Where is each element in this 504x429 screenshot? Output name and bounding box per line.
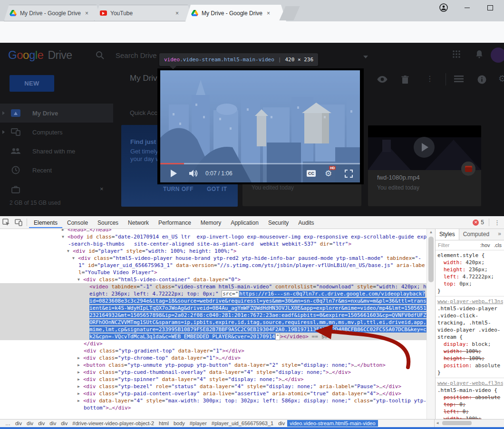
breadcrumb-item[interactable]: div [13,420,24,427]
tree-toggle-icon[interactable]: ▶ [78,354,83,362]
new-button[interactable]: NEW [10,75,54,92]
breadcrumb-item[interactable]: div [24,420,36,427]
file-card-fwd-1080p[interactable]: fwd-1080p.mp4 You edited today [368,125,481,206]
css-property[interactable]: height: 236px; [437,266,503,273]
tree-toggle-icon[interactable]: ▶ [78,369,83,376]
devtools-tab-memory[interactable]: Memory [196,217,226,228]
css-property[interactable]: left: 4.72222px; [437,273,503,280]
tree-toggle-icon[interactable]: ▼ [67,248,73,255]
stylesheet-link[interactable]: www-player-webp…fl3ns [437,380,503,387]
css-rule[interactable]: element.style {width: 420px;height: 236p… [436,250,504,296]
window-maximize-button[interactable] [482,1,498,14]
closed-captions-button[interactable]: CC [307,164,316,182]
devtools-tab-application[interactable]: Application [226,217,263,228]
volume-button[interactable] [189,164,199,182]
breadcrumb-item[interactable]: div [276,420,287,427]
dom-tree-row[interactable]: </div> [0,340,426,347]
preview-eye-icon[interactable] [377,75,388,84]
browser-tab-1[interactable]: My Drive - Google Drive × [4,5,102,21]
breadcrumb-item[interactable]: #player [187,420,209,427]
tree-toggle-icon[interactable]: ▶ [78,362,83,369]
sidebar-item-my-drive[interactable]: My Drive [0,104,113,123]
breadcrumb-item[interactable]: div [36,420,47,427]
tree-toggle-icon[interactable]: ▶ [78,383,83,390]
dom-tree-row-selected[interactable]: <video tabindex="-1" class="video-stream… [0,283,426,340]
dom-tree-row[interactable]: ▶<div class="ytp-paid-content-overlay" a… [0,390,426,397]
list-view-icon[interactable] [454,75,464,83]
devtools-tab-elements[interactable]: Elements [29,217,62,228]
css-rule[interactable]: www-player-webp…fl3ns.html5-video-player… [436,296,504,378]
browser-tab-2[interactable]: YouTube × [94,5,193,21]
tree-toggle-icon[interactable]: ▼ [72,255,78,262]
account-avatar[interactable] [491,48,504,63]
settings-gear-icon[interactable]: ⚙ [498,73,504,84]
dom-tree-row[interactable]: ▶<div class="ytp-chrome-top" data-layer=… [0,354,426,362]
css-rule[interactable]: www-player-webp…fl3ns.html5-main-video {… [436,378,504,419]
dom-tree-row[interactable]: ▼<div id="player" style="width: 100%; he… [0,248,426,255]
tree-toggle-icon[interactable]: ▼ [62,233,68,240]
breadcrumb-item[interactable]: video.video-stream.html5-main-video [287,420,378,427]
scroll-up-icon[interactable]: ▲ [427,230,435,234]
styles-horizontal-scrollbar[interactable]: ◄ [434,419,504,427]
sidebar-item-recent[interactable]: Recent [0,161,113,180]
search-input[interactable]: Search Drive [116,51,157,59]
dismiss-promo-close-icon[interactable]: × [100,185,104,192]
css-property[interactable]: width: 420px; [437,259,503,266]
dom-tree-row[interactable]: ▶<button class="ytp-unmute ytp-popup ytp… [0,362,426,369]
scroll-left-icon[interactable]: ◄ [436,421,439,425]
trash-icon[interactable] [401,75,409,85]
dom-tree-row[interactable]: ▶<div class="ytp-spinner" data-layer="4"… [0,376,426,383]
toggle-hov-button[interactable]: :hov [480,242,490,248]
expand-caret-icon[interactable] [2,130,5,134]
css-property[interactable]: top: 0; [437,401,503,408]
scrollbar-thumb[interactable] [442,421,472,425]
more-actions-kebab-icon[interactable]: ⋮ [426,74,434,83]
devtools-tab-performance[interactable]: Performance [154,217,196,228]
settings-button[interactable]: ⚙HD [325,164,332,182]
more-tabs-chevron-icon[interactable]: » [495,229,504,240]
scrollbar-thumb[interactable] [428,237,434,282]
search-options-caret-icon[interactable] [363,56,368,58]
turn-off-button[interactable]: TURN OFF [163,186,194,192]
tree-toggle-icon[interactable]: ▶ [78,390,83,397]
dom-tree-row[interactable]: ▼<body id class="date-20170914 en_US ltr… [0,233,426,248]
css-property[interactable]: height: 100%; [437,355,503,362]
css-property[interactable]: top: 0px; [437,280,503,287]
tree-toggle-icon[interactable]: ▶ [78,397,83,404]
breadcrumb-item[interactable]: html [156,420,171,427]
css-property[interactable]: position: absolute [437,362,503,369]
play-button[interactable] [171,164,177,182]
console-error-badge[interactable]: ✕ 5 [473,219,484,226]
sidebar-item-computers[interactable]: Computers [0,123,113,142]
search-icon[interactable] [95,50,105,60]
devtools-tab-network[interactable]: Network [123,217,154,228]
browser-tab-3-active[interactable]: My Drive - Google Drive × [185,5,286,21]
devtools-tab-audits[interactable]: Audits [293,217,319,228]
dom-tree-row[interactable]: ▶<div data-layer="4" style="max-width: 3… [0,397,426,411]
devtools-menu-kebab-icon[interactable]: ⋮ [494,219,500,226]
inspect-element-icon[interactable] [0,217,12,228]
tab-computed[interactable]: Computed [459,229,493,240]
tree-toggle-icon[interactable]: ▶ [62,229,68,233]
css-property[interactable]: display: block; [437,341,503,348]
window-minimize-button[interactable] [459,1,475,14]
elements-scrollbar[interactable]: ▲ [426,229,435,419]
breadcrumb-item[interactable]: #player_uid_656675963_1 [209,420,276,427]
sidebar-promo-item[interactable] [0,181,113,200]
breadcrumb-item[interactable]: div [58,420,70,427]
html5-video-player[interactable]: 0:07 / 1:06 CC ⚙HD [157,68,364,184]
dom-tree-row[interactable]: <div class="ytp-gradient-top" data-layer… [0,347,426,354]
css-property[interactable]: position: absolute [437,394,503,401]
device-toolbar-icon[interactable] [12,217,25,228]
stylesheet-link[interactable]: www-player-webp…fl3ns [437,298,503,305]
dom-tree-row[interactable]: ▼<div class="html5-video-player house-br… [0,255,426,276]
video-stream[interactable]: 0:07 / 1:06 CC ⚙HD [160,70,360,182]
tree-toggle-icon[interactable]: ▶ [78,376,83,383]
new-tab-button[interactable] [279,6,300,20]
toggle-cls-button[interactable]: .cls [494,242,502,248]
fullscreen-button[interactable] [345,164,353,182]
got-it-button[interactable]: GOT IT [207,186,227,192]
breadcrumb-item[interactable]: … [3,420,13,427]
devtools-tab-console[interactable]: Console [62,217,93,228]
styles-filter-input[interactable]: Filter [438,242,449,248]
